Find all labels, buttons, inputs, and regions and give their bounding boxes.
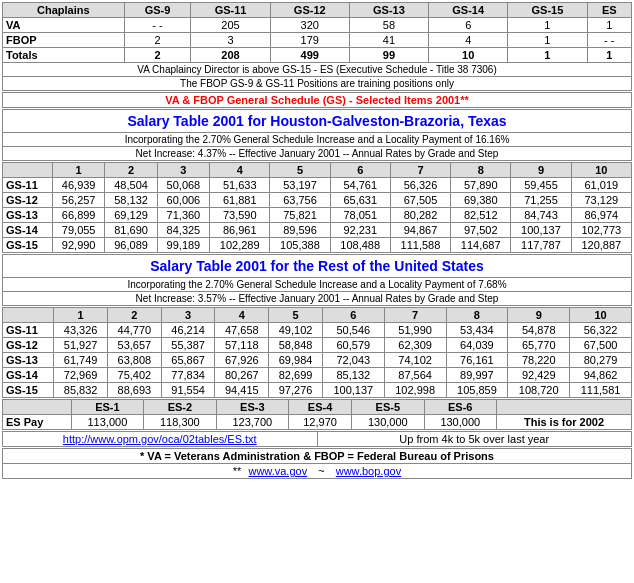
r-col-grade — [3, 308, 54, 323]
r-col-8: 8 — [446, 308, 508, 323]
r-gs14-10: 94,862 — [570, 368, 632, 383]
urls-cell: ** www.va.gov ~ www.bop.gov — [3, 464, 632, 479]
h-gs12-4: 61,881 — [210, 193, 270, 208]
totals-es: 1 — [587, 48, 631, 63]
r-gs11-10: 56,322 — [570, 323, 632, 338]
r-gs11-label: GS-11 — [3, 323, 54, 338]
fbop-label: FBOP — [3, 33, 125, 48]
va-gs15: 1 — [508, 18, 587, 33]
h-gs11-5: 53,197 — [270, 178, 330, 193]
va-url-link[interactable]: www.va.gov — [248, 465, 307, 477]
h-gs15-label: GS-15 — [3, 238, 53, 253]
r-gs13-4: 67,926 — [215, 353, 269, 368]
h-col-grade — [3, 163, 53, 178]
rest-title: Salary Table 2001 for the Rest of the Un… — [3, 255, 632, 278]
h-gs12-8: 69,380 — [451, 193, 511, 208]
r-gs12-8: 64,039 — [446, 338, 508, 353]
h-gs12-6: 65,631 — [330, 193, 390, 208]
r-gs14-8: 89,997 — [446, 368, 508, 383]
fbop-gs9: 2 — [124, 33, 191, 48]
rest-header: 1 2 3 4 5 6 7 8 9 10 — [3, 308, 632, 323]
es-pay-5: 130,000 — [352, 415, 424, 430]
r-gs11-3: 46,214 — [161, 323, 215, 338]
va-note-row: * VA = Veterans Administration & FBOP = … — [3, 449, 632, 464]
houston-gs12-row: GS-12 56,257 58,132 60,006 61,881 63,756… — [3, 193, 632, 208]
fbop-row: FBOP 2 3 179 41 4 1 - - — [3, 33, 632, 48]
h-gs12-7: 67,505 — [390, 193, 450, 208]
r-gs14-5: 82,699 — [269, 368, 323, 383]
h-gs11-1: 46,939 — [52, 178, 104, 193]
r-gs13-label: GS-13 — [3, 353, 54, 368]
es-blank — [3, 400, 72, 415]
r-gs12-2: 53,657 — [108, 338, 162, 353]
h-gs15-5: 105,388 — [270, 238, 330, 253]
r-gs11-5: 49,102 — [269, 323, 323, 338]
h-col-5: 5 — [270, 163, 330, 178]
r-gs11-6: 50,546 — [322, 323, 384, 338]
h-gs13-2: 69,129 — [105, 208, 157, 223]
r-gs14-6: 85,132 — [322, 368, 384, 383]
es-pay-4: 12,970 — [289, 415, 352, 430]
h-col-10: 10 — [571, 163, 631, 178]
footer-table: * VA = Veterans Administration & FBOP = … — [2, 448, 632, 479]
fbop-gs11: 3 — [191, 33, 270, 48]
houston-incorporating: Incorporating the 2.70% General Schedule… — [3, 133, 632, 147]
es-pay-6: 130,000 — [424, 415, 496, 430]
h-col-7: 7 — [390, 163, 450, 178]
h-gs15-3: 99,189 — [157, 238, 209, 253]
fbop-gs13: 41 — [349, 33, 428, 48]
va-gs14: 6 — [429, 18, 508, 33]
va-row: VA - - 205 320 58 6 1 1 — [3, 18, 632, 33]
rest-gs13-row: GS-13 61,749 63,808 65,867 67,926 69,984… — [3, 353, 632, 368]
chaplains-table: Chaplains GS-9 GS-11 GS-12 GS-13 GS-14 G… — [2, 2, 632, 91]
r-gs14-1: 72,969 — [54, 368, 108, 383]
note1-text: VA Chaplaincy Director is above GS-15 - … — [3, 63, 632, 77]
h-gs13-7: 80,282 — [390, 208, 450, 223]
r-col-9: 9 — [508, 308, 570, 323]
houston-title: Salary Table 2001 for Houston-Galveston-… — [3, 110, 632, 133]
h-col-1: 1 — [52, 163, 104, 178]
h-gs14-7: 94,867 — [390, 223, 450, 238]
r-gs15-label: GS-15 — [3, 383, 54, 398]
h-gs14-9: 100,137 — [511, 223, 571, 238]
note2-row: The FBOP GS-9 & GS-11 Positions are trai… — [3, 77, 632, 91]
r-col-6: 6 — [322, 308, 384, 323]
bop-url-link[interactable]: www.bop.gov — [336, 465, 401, 477]
totals-gs12: 499 — [270, 48, 349, 63]
col-gs9: GS-9 — [124, 3, 191, 18]
r-gs12-5: 58,848 — [269, 338, 323, 353]
r-gs14-2: 75,402 — [108, 368, 162, 383]
r-gs15-1: 85,832 — [54, 383, 108, 398]
r-gs15-8: 105,859 — [446, 383, 508, 398]
es-col-1: ES-1 — [71, 400, 143, 415]
va-gs13: 58 — [349, 18, 428, 33]
es-note-col — [497, 400, 632, 415]
opm-link[interactable]: http://www.opm.gov/oca/02tables/ES.txt — [3, 432, 318, 447]
h-gs11-4: 51,633 — [210, 178, 270, 193]
r-gs12-9: 65,770 — [508, 338, 570, 353]
r-gs15-10: 111,581 — [570, 383, 632, 398]
r-col-7: 7 — [384, 308, 446, 323]
h-gs11-6: 54,761 — [330, 178, 390, 193]
rest-gs11-row: GS-11 43,326 44,770 46,214 47,658 49,102… — [3, 323, 632, 338]
note1-row: VA Chaplaincy Director is above GS-15 - … — [3, 63, 632, 77]
r-gs13-7: 74,102 — [384, 353, 446, 368]
h-col-3: 3 — [157, 163, 209, 178]
es-col-6: ES-6 — [424, 400, 496, 415]
h-gs13-9: 84,743 — [511, 208, 571, 223]
totals-gs11: 208 — [191, 48, 270, 63]
col-gs11: GS-11 — [191, 3, 270, 18]
h-gs15-9: 117,787 — [511, 238, 571, 253]
totals-gs9: 2 — [124, 48, 191, 63]
links-table: http://www.opm.gov/oca/02tables/ES.txt U… — [2, 431, 632, 447]
r-gs13-2: 63,808 — [108, 353, 162, 368]
r-gs12-7: 62,309 — [384, 338, 446, 353]
h-gs11-2: 48,504 — [105, 178, 157, 193]
r-col-10: 10 — [570, 308, 632, 323]
houston-gs13-row: GS-13 66,899 69,129 71,360 73,590 75,821… — [3, 208, 632, 223]
rest-gs14-row: GS-14 72,969 75,402 77,834 80,267 82,699… — [3, 368, 632, 383]
h-gs12-5: 63,756 — [270, 193, 330, 208]
h-gs12-9: 71,255 — [511, 193, 571, 208]
h-gs13-10: 86,974 — [571, 208, 631, 223]
h-gs11-9: 59,455 — [511, 178, 571, 193]
